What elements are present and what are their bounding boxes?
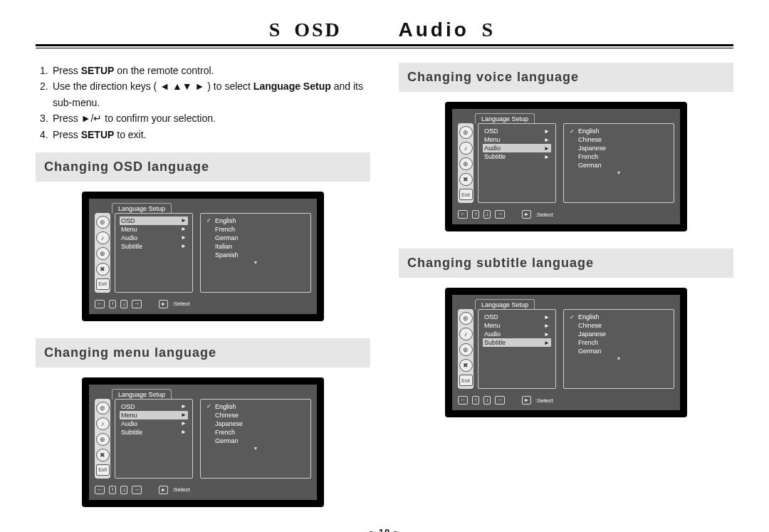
submenu-item-menu: Menu► xyxy=(120,411,188,419)
language-option-label: German xyxy=(578,348,602,355)
language-option-label: Japanese xyxy=(215,420,243,427)
language-option-label: Chinese xyxy=(215,412,239,419)
tools-setup-icon: ✖ xyxy=(459,359,473,372)
menu-tab-label: Language Setup xyxy=(475,299,535,310)
nav-arrow-left-icon: ← xyxy=(95,300,105,308)
check-icon: ✓ xyxy=(568,314,575,320)
nav-arrow-down-icon: ↓ xyxy=(120,300,127,308)
setup-steps: 1. Press SETUP on the remote control. 2.… xyxy=(36,63,370,142)
nav-arrow-up-icon: ↑ xyxy=(472,396,479,405)
submenu-item-label: Audio xyxy=(484,330,501,338)
play-icon xyxy=(159,486,168,494)
language-option-english: ✓English xyxy=(205,402,306,411)
language-option-italian: Italian xyxy=(205,242,306,251)
screen-footer: ←↑↓→:Select xyxy=(95,300,311,308)
nav-arrow-left-icon: ← xyxy=(458,396,468,405)
title-s2: S xyxy=(482,19,495,41)
chevron-right-icon: ► xyxy=(181,412,187,418)
check-icon: ✓ xyxy=(568,128,575,135)
heading-menu-language: Changing menu language xyxy=(36,338,370,367)
manual-page: S OSD Audio S 1. Press SETUP on the remo… xyxy=(0,0,769,532)
submenu-item-label: Audio xyxy=(484,145,501,152)
page-title-wrap: S OSD Audio S xyxy=(36,19,733,41)
screen-footer: ←↑↓→:Select xyxy=(95,486,311,494)
play-icon xyxy=(522,210,531,219)
exit-setup-icon: Exit xyxy=(96,278,110,290)
language-option-label: Italian xyxy=(215,243,232,250)
nav-arrow-right-icon: → xyxy=(495,396,505,405)
submenu-item-subtitle: Subtitle► xyxy=(483,152,551,161)
submenu-item-label: Menu xyxy=(484,322,501,329)
submenu-item-label: Subtitle xyxy=(121,429,142,436)
audio-setup-icon: ♪ xyxy=(459,328,473,340)
step-1: 1. Press SETUP on the remote control. xyxy=(40,63,370,78)
language-options: ✓EnglishChineseJapaneseFrenchGerman▼ xyxy=(563,123,674,203)
general-setup-icon: ⊛ xyxy=(459,126,473,139)
more-options-icon: ▼ xyxy=(205,259,306,266)
exit-setup-icon: Exit xyxy=(459,189,473,200)
submenu-item-menu: Menu► xyxy=(483,321,551,330)
language-option-label: Chinese xyxy=(578,136,602,143)
screen-voice: Language Setup⊛♪⊕✖ExitOSD►Menu►Audio►Sub… xyxy=(452,109,680,224)
submenu-item-subtitle: Subtitle► xyxy=(120,242,188,251)
panels: ⊛♪⊕✖ExitOSD►Menu►Audio►Subtitle►✓English… xyxy=(458,123,674,203)
chevron-right-icon: ► xyxy=(181,429,187,435)
more-options-icon: ▼ xyxy=(568,355,669,362)
heading-subtitle-language: Changing subtitle language xyxy=(399,249,733,278)
language-option-label: English xyxy=(215,403,236,410)
language-option-english: ✓English xyxy=(568,127,669,135)
language-options: ✓EnglishChineseJapaneseFrenchGerman▼ xyxy=(200,399,311,479)
language-option-german: German xyxy=(568,161,669,169)
two-column-layout: 1. Press SETUP on the remote control. 2.… xyxy=(36,63,733,524)
tools-setup-icon: ✖ xyxy=(459,173,473,186)
nav-arrow-down-icon: ↓ xyxy=(483,396,491,405)
title-s1: S xyxy=(269,19,282,41)
nav-arrow-down-icon: ↓ xyxy=(120,486,127,494)
tv-screenshot-osd: Language Setup⊛♪⊕✖ExitOSD►Menu►Audio►Sub… xyxy=(82,192,324,321)
general-setup-icon: ⊛ xyxy=(96,216,110,229)
step-3: 3. Press ►/↵ to confirm your selection. xyxy=(40,110,370,126)
language-option-french: French xyxy=(205,428,306,437)
general-setup-icon: ⊛ xyxy=(459,312,473,325)
language-option-german: German xyxy=(568,347,669,355)
submenu-item-label: OSD xyxy=(484,127,498,135)
step-4: 4. Press SETUP to exit. xyxy=(40,127,370,142)
tools-setup-icon: ✖ xyxy=(96,449,110,461)
chevron-right-icon: ► xyxy=(544,331,550,338)
language-option-label: Japanese xyxy=(578,145,606,152)
submenu-item-audio: Audio► xyxy=(120,234,188,242)
nav-arrow-up-icon: ↑ xyxy=(472,210,479,219)
nav-arrow-down-icon: ↓ xyxy=(483,210,491,219)
submenu-item-label: OSD xyxy=(121,403,135,410)
language-option-label: German xyxy=(578,162,602,169)
language-option-label: English xyxy=(578,127,600,135)
language-option-german: German xyxy=(205,234,306,242)
menu-tab-label: Language Setup xyxy=(112,203,172,214)
nav-arrow-right-icon: → xyxy=(495,210,505,219)
chevron-right-icon: ► xyxy=(181,217,187,224)
submenu-item-label: OSD xyxy=(121,217,135,224)
chevron-right-icon: ► xyxy=(544,314,550,320)
language-option-label: English xyxy=(215,217,236,224)
submenu-item-label: Menu xyxy=(484,136,501,143)
title-osd: OSD xyxy=(294,19,342,41)
submenu-item-label: Subtitle xyxy=(484,339,506,346)
panels: ⊛♪⊕✖ExitOSD►Menu►Audio►Subtitle►✓English… xyxy=(95,399,311,479)
screen-subtitle: Language Setup⊛♪⊕✖ExitOSD►Menu►Audio►Sub… xyxy=(452,295,680,410)
submenu-item-label: Subtitle xyxy=(121,243,142,250)
submenu-item-label: Menu xyxy=(121,412,137,419)
more-options-icon: ▼ xyxy=(568,169,669,176)
submenu-item-menu: Menu► xyxy=(120,225,188,234)
language-option-french: French xyxy=(568,152,669,161)
language-option-spanish: Spanish xyxy=(205,251,306,259)
page-number: ~ 18 ~ xyxy=(36,527,733,532)
language-option-chinese: Chinese xyxy=(205,411,306,419)
chevron-right-icon: ► xyxy=(544,154,550,160)
language-option-label: French xyxy=(215,429,235,436)
nav-arrow-up-icon: ↑ xyxy=(109,486,116,494)
menu-tab-label: Language Setup xyxy=(112,389,172,400)
play-icon xyxy=(159,300,168,308)
language-option-english: ✓English xyxy=(568,313,669,321)
check-icon: ✓ xyxy=(205,217,212,224)
submenu-item-osd: OSD► xyxy=(120,217,188,225)
